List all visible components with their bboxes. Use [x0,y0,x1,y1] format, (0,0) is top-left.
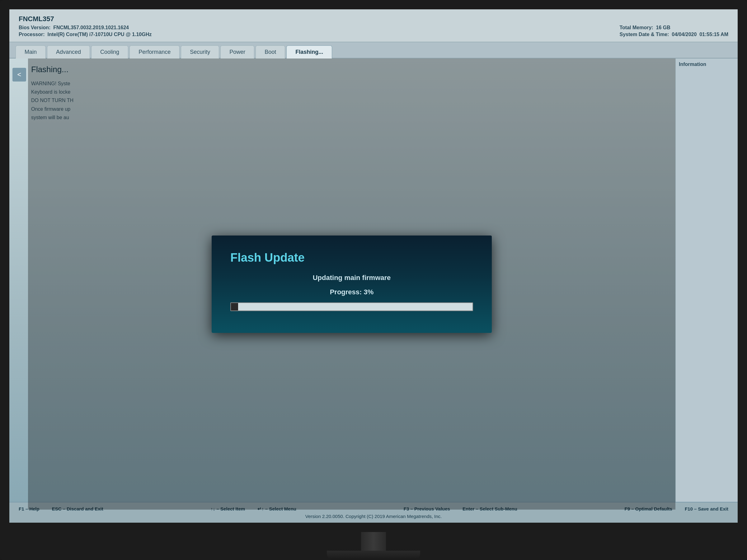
total-memory-row: Total Memory: 16 GB [619,25,728,30]
main-content: < Flashing... WARNING! Syste Keyboard is… [9,58,738,510]
system-datetime-label: System Date & Time: [619,32,669,37]
system-datetime-row: System Date & Time: 04/04/2020 01:55:15 … [619,32,728,37]
monitor-bezel: FNCML357 Bios Version: FNCML357.0032.201… [0,0,747,560]
tab-advanced[interactable]: Advanced [47,46,90,58]
flash-dialog-overlay: Flash Update Updating main firmware Prog… [28,58,675,510]
content-panel: Flashing... WARNING! Syste Keyboard is l… [28,58,675,510]
left-nav: < [9,58,28,510]
version-text: Version 2.20.0050. Copyright (C) 2019 Am… [19,514,728,519]
system-date-value: 04/04/2020 [672,32,697,37]
monitor-stand [327,532,420,560]
f10-hint: F10 – Save and Exit [685,506,728,512]
processor-label: Processor: [19,32,45,37]
stand-neck [361,532,386,551]
total-memory-label: Total Memory: [619,25,653,30]
flash-subtitle: Updating main firmware [230,274,473,282]
bios-header: FNCML357 Bios Version: FNCML357.0032.201… [9,9,738,42]
bios-version-value: FNCML357.0032.2019.1021.1624 [53,25,129,30]
info-panel: Information [675,58,738,510]
system-time-value: 01:55:15 AM [699,32,728,37]
screen: FNCML357 Bios Version: FNCML357.0032.201… [9,9,738,523]
bios-info-left: Bios Version: FNCML357.0032.2019.1021.16… [19,25,152,37]
processor-value: Intel(R) Core(TM) i7-10710U CPU @ 1.10GH… [47,32,152,37]
progress-bar-container [230,302,473,311]
bios-model: FNCML357 [19,15,728,23]
bios-version-row: Bios Version: FNCML357.0032.2019.1021.16… [19,25,152,30]
tab-power[interactable]: Power [221,46,254,58]
tab-main[interactable]: Main [16,46,46,58]
tab-security[interactable]: Security [181,46,219,58]
tab-flashing[interactable]: Flashing... [286,46,332,58]
tab-performance[interactable]: Performance [129,46,180,58]
bios-info-right: Total Memory: 16 GB System Date & Time: … [619,25,728,37]
progress-bar-fill [231,303,238,311]
flash-dialog: Flash Update Updating main firmware Prog… [212,236,492,333]
bios-version-label: Bios Version: [19,25,50,30]
back-arrow[interactable]: < [12,68,26,81]
flash-title: Flash Update [230,251,473,264]
flash-progress-label: Progress: 3% [230,288,473,296]
tab-boot[interactable]: Boot [256,46,285,58]
processor-row: Processor: Intel(R) Core(TM) i7-10710U C… [19,32,152,37]
tab-cooling[interactable]: Cooling [91,46,128,58]
tab-bar: Main Advanced Cooling Performance Securi… [9,42,738,58]
info-panel-title: Information [679,61,735,67]
stand-base [327,551,420,560]
total-memory-value: 16 GB [656,25,670,30]
